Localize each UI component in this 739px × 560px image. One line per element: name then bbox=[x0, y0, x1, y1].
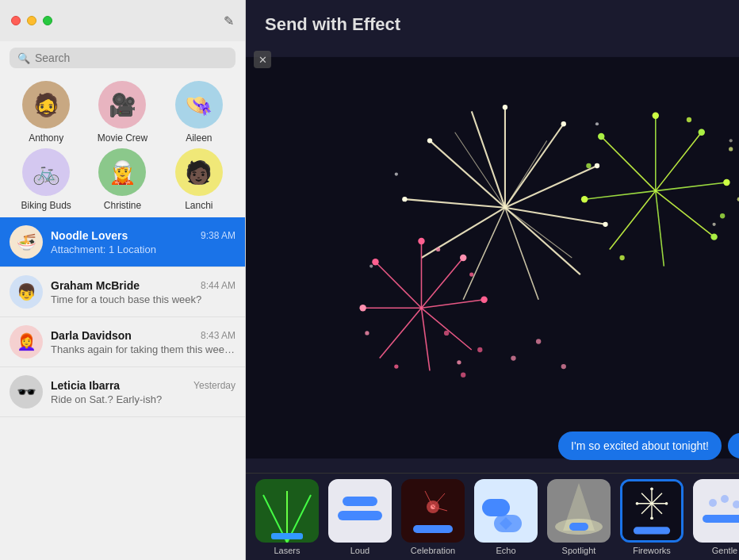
effect-item-echo[interactable]: Echo bbox=[471, 479, 541, 555]
svg-point-52 bbox=[598, 133, 604, 140]
pinned-contact-lanchi[interactable]: 🧑🏿 Lanchi bbox=[167, 148, 231, 211]
effect-item-fireworks[interactable]: Fireworks bbox=[617, 479, 687, 555]
svg-point-110 bbox=[721, 495, 729, 503]
contact-name: Movie Crew bbox=[98, 132, 147, 144]
svg-point-62 bbox=[536, 339, 541, 343]
svg-point-14 bbox=[595, 163, 599, 168]
svg-rect-106 bbox=[634, 527, 670, 534]
pinned-contact-movie-crew[interactable]: 🎥 Movie Crew bbox=[90, 81, 154, 144]
conv-preview: Time for a touch base this week? bbox=[51, 293, 235, 305]
effect-label-gentle: Gentle bbox=[712, 546, 737, 555]
conv-time: 8:43 AM bbox=[201, 330, 235, 341]
fullscreen-button[interactable] bbox=[43, 16, 52, 25]
avatar: 🕶️ bbox=[10, 375, 43, 408]
svg-point-17 bbox=[427, 138, 432, 143]
conversation-item-graham-mcbride[interactable]: 👦 Graham McBride 8:44 AM Time for a touc… bbox=[0, 267, 245, 317]
effects-bar: Lasers Loud Celebration Echo Spotl bbox=[246, 473, 739, 560]
contact-name: Lanchi bbox=[185, 200, 213, 211]
search-input[interactable] bbox=[35, 52, 228, 64]
conv-details: Leticia Ibarra Yesterday Ride on Sat.? E… bbox=[51, 379, 235, 405]
send-button[interactable]: ↑ bbox=[728, 433, 739, 458]
pinned-contact-biking-buds[interactable]: 🚲 Biking Buds bbox=[14, 148, 78, 211]
pinned-contact-aileen[interactable]: 👒 Aileen bbox=[167, 81, 231, 144]
conv-preview: Thanks again for taking them this weeken… bbox=[51, 343, 235, 355]
svg-point-60 bbox=[511, 355, 515, 360]
svg-point-102 bbox=[650, 487, 653, 490]
svg-point-51 bbox=[581, 196, 588, 202]
svg-point-67 bbox=[713, 223, 716, 226]
svg-point-13 bbox=[561, 121, 566, 126]
effect-item-lasers[interactable]: Lasers bbox=[252, 479, 322, 555]
svg-rect-77 bbox=[343, 497, 377, 506]
conversation-list: 🍜 Noodle Lovers 9:38 AM Attachment: 1 Lo… bbox=[0, 217, 245, 560]
fireworks-area: I'm so excited about tonight! ↑ ✕ bbox=[246, 43, 739, 473]
avatar: 👩‍🦰 bbox=[10, 325, 43, 359]
compose-button[interactable]: ✎ bbox=[224, 13, 234, 29]
svg-point-31 bbox=[481, 297, 487, 303]
page-title: Send with Effect bbox=[246, 0, 739, 43]
svg-point-47 bbox=[653, 112, 659, 118]
svg-point-105 bbox=[636, 501, 639, 504]
pinned-contact-anthony[interactable]: 🧔 Anthony bbox=[14, 81, 78, 144]
effect-item-spotlight[interactable]: Spotlight bbox=[544, 479, 614, 555]
svg-point-109 bbox=[709, 499, 717, 507]
svg-point-69 bbox=[729, 139, 733, 142]
effect-thumb-loud bbox=[328, 479, 392, 543]
svg-point-61 bbox=[461, 372, 465, 377]
conv-details: Darla Davidson 8:43 AM Thanks again for … bbox=[51, 329, 235, 355]
contact-name: Biking Buds bbox=[21, 200, 71, 211]
svg-point-36 bbox=[457, 360, 461, 364]
svg-point-34 bbox=[436, 247, 440, 251]
message-bubble: I'm so excited about tonight! bbox=[558, 432, 722, 460]
conversation-item-leticia-ibarra[interactable]: 🕶️ Leticia Ibarra Yesterday Ride on Sat.… bbox=[0, 367, 245, 417]
effect-item-loud[interactable]: Loud bbox=[325, 479, 395, 555]
svg-rect-86 bbox=[482, 499, 510, 516]
svg-point-30 bbox=[460, 255, 466, 261]
fireworks-visualization bbox=[246, 43, 739, 473]
effect-item-celebration[interactable]: Celebration bbox=[398, 479, 468, 555]
avatar: 👦 bbox=[10, 275, 43, 309]
effect-label-loud: Loud bbox=[350, 546, 370, 555]
pinned-section: 🧔 Anthony 🎥 Movie Crew 👒 Aileen 🚲 Biking… bbox=[0, 75, 245, 217]
pinned-contact-christine[interactable]: 🧝 Christine bbox=[90, 148, 154, 211]
svg-point-64 bbox=[561, 364, 566, 369]
svg-point-56 bbox=[586, 163, 591, 168]
conversation-item-noodle-lovers[interactable]: 🍜 Noodle Lovers 9:38 AM Attachment: 1 Lo… bbox=[0, 217, 245, 267]
svg-point-57 bbox=[729, 147, 733, 151]
conversation-item-darla-davidson[interactable]: 👩‍🦰 Darla Davidson 8:43 AM Thanks again … bbox=[0, 317, 245, 367]
effect-item-gentle[interactable]: Gentle bbox=[690, 479, 739, 555]
avatar: 🎥 bbox=[98, 81, 146, 128]
message-bubble-area: I'm so excited about tonight! ↑ bbox=[558, 432, 739, 460]
svg-point-49 bbox=[723, 179, 729, 186]
svg-rect-84 bbox=[413, 525, 453, 533]
svg-rect-92 bbox=[569, 523, 588, 531]
avatar: 🚲 bbox=[22, 148, 70, 196]
conv-time: 8:44 AM bbox=[201, 280, 235, 291]
svg-point-48 bbox=[699, 129, 705, 136]
close-button[interactable] bbox=[11, 16, 21, 25]
effect-label-celebration: Celebration bbox=[411, 546, 455, 555]
search-bar: 🔍 bbox=[10, 48, 235, 68]
svg-rect-76 bbox=[338, 511, 382, 520]
svg-rect-107 bbox=[693, 479, 739, 543]
svg-rect-108 bbox=[703, 515, 739, 523]
conv-time: Yesterday bbox=[193, 380, 235, 391]
svg-point-29 bbox=[418, 238, 424, 244]
effect-label-lasers: Lasers bbox=[274, 546, 300, 555]
search-icon: 🔍 bbox=[17, 52, 30, 64]
conv-name: Graham McBride bbox=[51, 279, 140, 292]
svg-point-63 bbox=[444, 331, 449, 336]
pinned-row-1: 🧔 Anthony 🎥 Movie Crew 👒 Aileen bbox=[8, 81, 237, 144]
svg-rect-0 bbox=[246, 57, 739, 458]
svg-point-104 bbox=[650, 516, 653, 520]
conv-details: Graham McBride 8:44 AM Time for a touch … bbox=[51, 279, 235, 305]
conv-name: Darla Davidson bbox=[51, 329, 132, 342]
minimize-button[interactable] bbox=[27, 16, 36, 25]
effect-label-spotlight: Spotlight bbox=[562, 546, 596, 555]
svg-point-38 bbox=[365, 331, 369, 335]
conv-preview: Ride on Sat.? Early-ish? bbox=[51, 393, 235, 405]
contact-name: Anthony bbox=[29, 132, 63, 144]
close-effect-button[interactable]: ✕ bbox=[254, 51, 271, 68]
pinned-row-2: 🚲 Biking Buds 🧝 Christine 🧑🏿 Lanchi bbox=[8, 148, 237, 211]
sidebar: ✎ 🔍 🧔 Anthony 🎥 Movie Crew 👒 Aileen 🚲 Bi… bbox=[0, 0, 246, 560]
